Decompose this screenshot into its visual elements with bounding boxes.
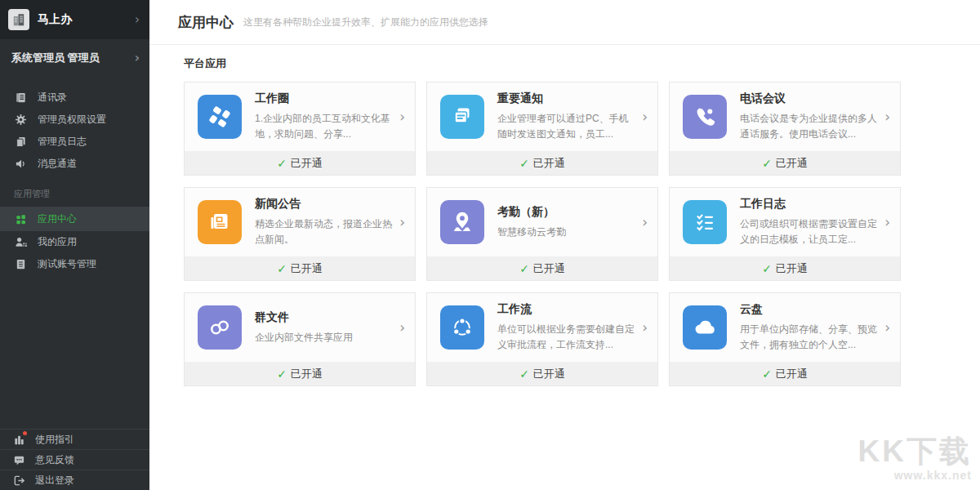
sidebar-item-label: 管理员权限设置 xyxy=(38,113,106,127)
card-body: 工作圈 1.企业内部的员工互动和文化基地，求助问题、分享... › xyxy=(185,82,415,151)
chevron-right-icon: › xyxy=(135,14,140,26)
card-title: 考勤（新） xyxy=(497,205,637,220)
news-icon xyxy=(198,200,242,244)
card-body: 重要通知 企业管理者可以通过PC、手机随时发送图文通知，员工... › xyxy=(427,82,657,151)
section-title: 平台应用 xyxy=(184,56,980,71)
card-description: 精选企业最新动态，报道企业热点新闻。 xyxy=(255,216,394,247)
card-status-bar: ✓ 已开通 xyxy=(670,256,900,280)
card-status-bar: ✓ 已开通 xyxy=(670,362,900,385)
chevron-right-icon[interactable]: › xyxy=(399,214,405,230)
app-card-work-circle[interactable]: 工作圈 1.企业内部的员工互动和文化基地，求助问题、分享... › ✓ 已开通 xyxy=(184,82,416,176)
sidebar-item-label: 使用指引 xyxy=(35,433,74,447)
sidebar-item-app-center[interactable]: 应用中心 xyxy=(0,207,149,231)
card-description: 企业管理者可以通过PC、手机随时发送图文通知，员工... xyxy=(497,111,637,141)
sidebar-item-admin-permissions[interactable]: 管理员权限设置 xyxy=(0,109,149,131)
card-body: 工作日志 公司或组织可根据需要设置自定义的日志模板，让员工定... › xyxy=(670,188,900,256)
check-icon: ✓ xyxy=(519,262,529,275)
card-body: 考勤（新） 智慧移动云考勤 › xyxy=(427,188,657,256)
check-icon: ✓ xyxy=(762,368,772,381)
card-title: 群文件 xyxy=(255,310,394,325)
card-body: 群文件 企业内部文件共享应用 › xyxy=(185,293,415,362)
card-description: 电话会议是专为企业提供的多人通话服务。使用电话会议... xyxy=(740,111,880,141)
card-text: 新闻公告 精选企业最新动态，报道企业热点新闻。 xyxy=(255,197,394,247)
card-status-bar: ✓ 已开通 xyxy=(427,151,657,175)
cloud-link-icon xyxy=(198,305,242,350)
chevron-right-icon[interactable]: › xyxy=(642,214,648,230)
app-card-important-notice[interactable]: 重要通知 企业管理者可以通过PC、手机随时发送图文通知，员工... › ✓ 已开… xyxy=(426,82,658,176)
card-body: 云盘 用于单位内部存储、分享、预览文件，拥有独立的个人空... › xyxy=(670,293,900,362)
main-content: 应用中心 这里有各种帮助企业提升效率、扩展能力的应用供您选择 平台应用 xyxy=(149,0,980,490)
check-icon: ✓ xyxy=(277,262,287,275)
page-header: 应用中心 这里有各种帮助企业提升效率、扩展能力的应用供您选择 xyxy=(149,0,980,45)
app-card-workflow[interactable]: 工作流 单位可以根据业务需要创建自定义审批流程，工作流支持... › ✓ 已开通 xyxy=(426,292,658,386)
sidebar-item-label: 通讯录 xyxy=(38,91,67,105)
card-status-bar: ✓ 已开通 xyxy=(185,151,415,175)
sidebar-footer: 使用指引 意见反馈 退出登录 xyxy=(0,429,149,490)
card-status-bar: ✓ 已开通 xyxy=(670,151,900,175)
sidebar-item-feedback[interactable]: 意见反馈 xyxy=(0,449,149,470)
notice-icon xyxy=(440,95,484,139)
sidebar: 马上办 › 系统管理员 管理员 › 通讯录 xyxy=(0,0,149,490)
sidebar-item-logout[interactable]: 退出登录 xyxy=(0,470,149,490)
building-logo-icon xyxy=(8,9,29,30)
app-card-conference-call[interactable]: 电话会议 电话会议是专为企业提供的多人通话服务。使用电话会议... › ✓ 已开… xyxy=(669,82,901,176)
chevron-right-icon[interactable]: › xyxy=(884,214,890,230)
notification-dot xyxy=(23,431,27,435)
card-title: 重要通知 xyxy=(497,91,637,106)
chat-bubble-icon xyxy=(12,453,25,466)
gear-icon xyxy=(14,114,27,127)
chevron-right-icon[interactable]: › xyxy=(642,319,648,336)
app-grid-icon xyxy=(14,212,27,225)
chevron-right-icon[interactable]: › xyxy=(642,109,648,125)
app-card-news[interactable]: 新闻公告 精选企业最新动态，报道企业热点新闻。 › ✓ 已开通 xyxy=(184,187,416,281)
sidebar-item-test-accounts[interactable]: 测试账号管理 xyxy=(0,253,149,275)
app-logo-row[interactable]: 马上办 › xyxy=(0,0,149,39)
app-card-group-files[interactable]: 群文件 企业内部文件共享应用 › ✓ 已开通 xyxy=(184,292,416,386)
sidebar-item-label: 我的应用 xyxy=(38,235,77,249)
card-status-bar: ✓ 已开通 xyxy=(427,362,657,385)
app-center-content: 平台应用 工作圈 1.企业内部的员工互动和文化基地，求 xyxy=(149,45,980,386)
card-body: 电话会议 电话会议是专为企业提供的多人通话服务。使用电话会议... › xyxy=(670,82,900,151)
user-label: 系统管理员 管理员 xyxy=(11,51,135,65)
status-badge: 已开通 xyxy=(533,156,565,171)
card-description: 企业内部文件共享应用 xyxy=(255,330,394,345)
sidebar-item-contacts[interactable]: 通讯录 xyxy=(0,87,149,109)
card-status-bar: ✓ 已开通 xyxy=(427,256,657,280)
sidebar-item-label: 应用中心 xyxy=(38,212,77,226)
card-text: 工作流 单位可以根据业务需要创建自定义审批流程，工作流支持... xyxy=(497,302,637,352)
card-description: 1.企业内部的员工互动和文化基地，求助问题、分享... xyxy=(255,111,394,141)
card-description: 单位可以根据业务需要创建自定义审批流程，工作流支持... xyxy=(497,322,637,352)
speaker-icon xyxy=(14,158,27,171)
sidebar-item-label: 消息通道 xyxy=(38,157,77,171)
share-network-icon xyxy=(440,305,484,350)
guide-icon xyxy=(12,433,25,446)
card-status-bar: ✓ 已开通 xyxy=(185,256,415,280)
chevron-right-icon[interactable]: › xyxy=(884,319,890,336)
sidebar-item-label: 意见反馈 xyxy=(35,453,74,467)
app-card-attendance[interactable]: 考勤（新） 智慧移动云考勤 › ✓ 已开通 xyxy=(426,187,658,281)
chevron-right-icon[interactable]: › xyxy=(884,109,890,125)
card-description: 智慧移动云考勤 xyxy=(497,225,637,240)
card-title: 工作圈 xyxy=(255,91,394,106)
check-icon: ✓ xyxy=(277,157,287,170)
check-icon: ✓ xyxy=(277,368,287,381)
check-icon: ✓ xyxy=(519,157,529,170)
current-user-row[interactable]: 系统管理员 管理员 › xyxy=(0,39,149,77)
card-text: 重要通知 企业管理者可以通过PC、手机随时发送图文通知，员工... xyxy=(497,91,637,141)
checklist-icon xyxy=(683,200,727,244)
sidebar-item-usage-guide[interactable]: 使用指引 xyxy=(0,429,149,449)
card-description: 公司或组织可根据需要设置自定义的日志模板，让员工定... xyxy=(740,216,880,247)
sidebar-item-admin-log[interactable]: 管理员日志 xyxy=(0,131,149,153)
sidebar-item-label: 测试账号管理 xyxy=(38,257,96,271)
status-badge: 已开通 xyxy=(291,261,323,276)
sidebar-item-message-channel[interactable]: 消息通道 xyxy=(0,153,149,175)
sidebar-nav: 通讯录 xyxy=(0,87,149,275)
app-card-work-log[interactable]: 工作日志 公司或组织可根据需要设置自定义的日志模板，让员工定... › ✓ 已开… xyxy=(669,187,901,281)
sidebar-item-my-apps[interactable]: 我的应用 xyxy=(0,231,149,253)
check-icon: ✓ xyxy=(762,262,772,275)
chevron-right-icon[interactable]: › xyxy=(399,109,405,125)
card-body: 工作流 单位可以根据业务需要创建自定义审批流程，工作流支持... › xyxy=(427,293,657,362)
app-card-cloud-disk[interactable]: 云盘 用于单位内部存储、分享、预览文件，拥有独立的个人空... › ✓ 已开通 xyxy=(669,292,901,386)
page-title: 应用中心 xyxy=(178,13,234,32)
chevron-right-icon[interactable]: › xyxy=(399,319,405,336)
